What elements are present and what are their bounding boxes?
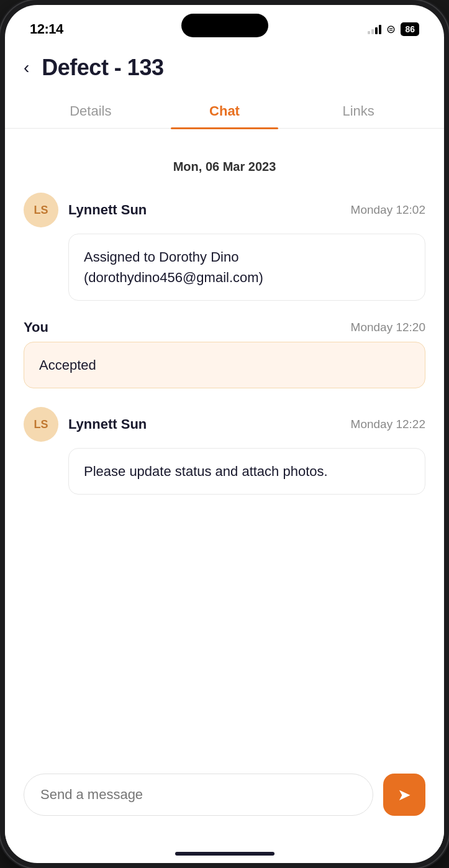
- message-header: LS Lynnett Sun Monday 12:02: [24, 193, 425, 227]
- message-group: LS Lynnett Sun Monday 12:02 Assigned to …: [24, 193, 425, 301]
- message-time-self: Monday 12:20: [351, 321, 425, 334]
- input-area: ➤: [5, 761, 444, 847]
- message-time: Monday 12:02: [351, 203, 425, 217]
- message-bubble-3: Please update status and attach photos.: [68, 448, 425, 495]
- battery-indicator: 86: [401, 22, 419, 36]
- page-header: ‹ Defect - 133: [5, 42, 444, 87]
- phone-frame: 12:14 ⊜ 86 ‹ Defect - 133 Details: [0, 0, 449, 868]
- page-title: Defect - 133: [42, 55, 163, 81]
- date-divider: Mon, 06 Mar 2023: [24, 160, 425, 174]
- back-button[interactable]: ‹: [24, 59, 29, 76]
- message-bubble: Assigned to Dorothy Dino (dorothydino456…: [68, 234, 425, 301]
- status-time: 12:14: [30, 21, 63, 37]
- send-icon: ➤: [397, 785, 411, 805]
- message-input[interactable]: [24, 774, 373, 816]
- message-group-self: You Monday 12:20 Accepted: [24, 319, 425, 388]
- dynamic-island: [181, 14, 268, 37]
- message-header-3: LS Lynnett Sun Monday 12:22: [24, 407, 425, 442]
- chat-area: Mon, 06 Mar 2023 LS Lynnett Sun Monday 1…: [5, 129, 444, 761]
- sender-name-self: You: [24, 319, 351, 336]
- message-time-3: Monday 12:22: [351, 418, 425, 431]
- wifi-icon: ⊜: [386, 22, 396, 36]
- avatar-3: LS: [24, 407, 58, 442]
- sender-name-3: Lynnett Sun: [68, 416, 351, 432]
- avatar: LS: [24, 193, 58, 227]
- send-button[interactable]: ➤: [383, 774, 425, 816]
- message-group-3: LS Lynnett Sun Monday 12:22 Please updat…: [24, 407, 425, 495]
- tab-chat[interactable]: Chat: [158, 93, 292, 128]
- tab-details[interactable]: Details: [24, 93, 158, 128]
- phone-screen: 12:14 ⊜ 86 ‹ Defect - 133 Details: [5, 5, 444, 863]
- tab-bar: Details Chat Links: [5, 93, 444, 129]
- tab-links[interactable]: Links: [291, 93, 425, 128]
- message-bubble-self: Accepted: [24, 342, 425, 388]
- status-icons: ⊜ 86: [368, 22, 419, 36]
- sender-name: Lynnett Sun: [68, 202, 351, 218]
- status-bar: 12:14 ⊜ 86: [5, 5, 444, 42]
- home-bar: [175, 852, 274, 856]
- home-indicator: [5, 847, 444, 863]
- signal-icon: [368, 24, 381, 34]
